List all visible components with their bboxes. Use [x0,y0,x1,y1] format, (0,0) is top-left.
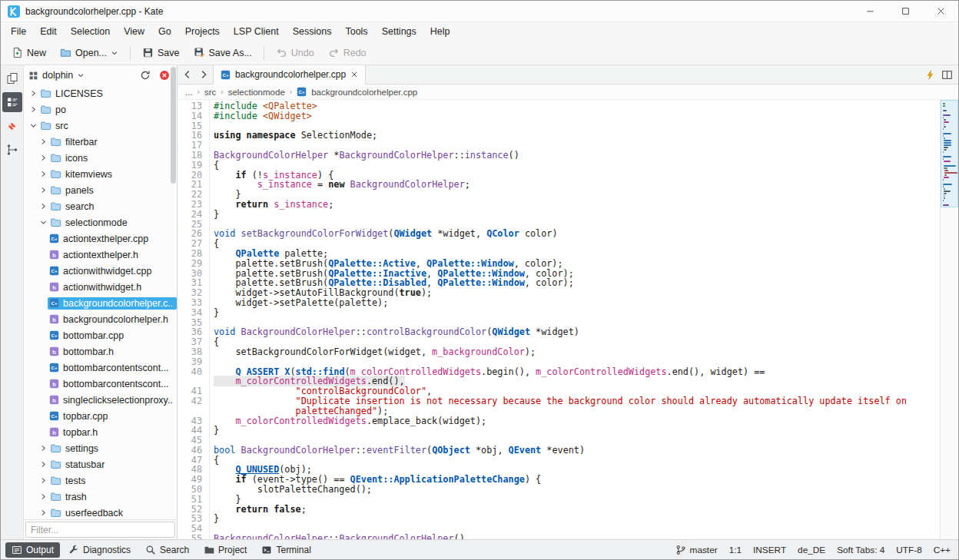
code-line[interactable]: using namespace SelectionMode; [214,131,940,141]
breadcrumb-src[interactable]: src [204,88,216,97]
maximize-button[interactable] [888,1,923,22]
code-line[interactable]: widget->setPalette(palette); [214,298,940,308]
code-line[interactable]: m_colorControlledWidgets.emplace_back(wi… [214,416,940,426]
tab-close-icon[interactable] [350,71,358,78]
menu-item-view[interactable]: View [117,24,151,39]
close-window-button[interactable] [923,1,958,22]
tree-item-backgroundcolorhelper-h[interactable]: hbackgroundcolorhelper.h [24,311,177,327]
split-view-icon[interactable] [941,69,953,81]
chevron-down-icon[interactable] [77,71,85,79]
panel-button-output[interactable]: Output [5,542,60,558]
tab-backgroundcolorhelper[interactable]: C+ backgroundcolorhelper.cpp [213,65,366,84]
menu-item-help[interactable]: Help [423,24,457,39]
tree-item-userfeedback[interactable]: userfeedback [24,505,177,519]
code-line[interactable]: } [214,426,940,436]
tool-strip-git-button[interactable] [2,116,22,136]
tree-scrollbar[interactable] [171,67,176,184]
minimap[interactable] [940,100,958,539]
panel-button-diagnostics[interactable]: Diagnostics [62,542,137,558]
new-button[interactable]: New [5,44,52,61]
code-line[interactable]: #include <QPalette> [214,101,940,111]
menu-item-projects[interactable]: Projects [178,24,227,39]
menu-item-sessions[interactable]: Sessions [286,24,339,39]
code-line[interactable]: void BackgroundColorHelper::controlBackg… [214,327,940,337]
menu-item-go[interactable]: Go [151,24,178,39]
code-line[interactable]: } [214,210,940,220]
menu-item-file[interactable]: File [4,24,33,39]
tree-item-src[interactable]: src [24,118,177,134]
tree-item-search[interactable]: search [24,198,177,214]
undo-button[interactable]: Undo [270,44,320,61]
status-input-mode[interactable]: INSERT [753,545,786,555]
breadcrumb-file[interactable]: backgroundcolorhelper.cpp [311,88,417,97]
status-highlight-mode[interactable]: C++ [934,545,951,555]
code-line[interactable]: bool BackgroundColorHelper::eventFilter(… [214,446,940,456]
quick-open-icon[interactable] [925,70,935,80]
tree-item-bottombar-cpp[interactable]: C+bottombar.cpp [24,327,177,343]
tool-strip-documents-button[interactable] [2,68,22,88]
code-line[interactable]: } [214,308,940,318]
menu-item-edit[interactable]: Edit [33,24,64,39]
tree-item-statusbar[interactable]: statusbar [24,456,177,472]
tree-item-bottombarcontentscont[interactable]: C+bottombarcontentscont... [24,360,177,376]
tree-item-tests[interactable]: tests [24,472,177,489]
code-line[interactable]: return s_instance; [214,200,940,210]
menu-item-lsp-client[interactable]: LSP Client [227,24,286,39]
project-selector[interactable]: dolphin [42,70,73,81]
code-line[interactable]: #include <QWidget> [214,111,940,121]
tree-item-topbar-cpp[interactable]: C+topbar.cpp [24,408,177,424]
code-line[interactable]: return false; [214,505,940,515]
tool-strip-projects-button[interactable] [2,92,22,112]
menu-item-settings[interactable]: Settings [375,24,423,39]
status-tab-width[interactable]: Soft Tabs: 4 [837,545,884,555]
tree-item-settings[interactable]: settings [24,440,177,456]
menu-item-tools[interactable]: Tools [338,24,374,39]
tree-item-filterbar[interactable]: filterbar [24,134,177,150]
minimize-button[interactable] [852,1,888,22]
tree-item-licenses[interactable]: LICENSES [24,85,177,101]
tree-item-actiontexthelper-cpp[interactable]: C+actiontexthelper.cpp [24,230,177,247]
forward-button[interactable] [196,68,211,82]
breadcrumb-selectionmode[interactable]: selectionmode [228,88,285,97]
code-line[interactable]: { [214,456,940,466]
code-line[interactable]: void setBackgroundColorForWidget(QWidget… [214,229,940,239]
tree-item-trash[interactable]: trash [24,489,177,505]
tree-item-actionwithwidget-h[interactable]: hactionwithwidget.h [24,279,177,295]
status-dictionary[interactable]: de_DE [798,545,825,555]
code-line[interactable]: } [214,495,940,505]
tree-item-kitemviews[interactable]: kitemviews [24,166,177,182]
project-tree[interactable]: LICENSESposrcfilterbariconskitemviewspan… [24,85,177,519]
refresh-project-button[interactable] [138,68,153,83]
save-as-button[interactable]: Save As... [187,44,258,61]
back-button[interactable] [180,68,194,82]
code-line[interactable]: slotPaletteChanged(); [214,485,940,495]
panel-button-project[interactable]: Project [197,542,253,558]
filter-input[interactable] [25,522,175,538]
code-line[interactable]: s_instance = new BackgroundColorHelper; [214,180,940,190]
close-project-button[interactable] [157,68,172,83]
menu-item-selection[interactable]: Selection [64,24,117,39]
code-lines[interactable]: #include <QPalette>#include <QWidget>usi… [210,100,940,539]
save-button[interactable]: Save [136,44,186,61]
tree-item-bottombar-h[interactable]: hbottombar.h [24,343,177,360]
status-git-branch[interactable]: master [675,545,718,555]
tool-strip-symbols-button[interactable] [2,140,22,160]
tree-item-icons[interactable]: icons [24,150,177,166]
open-button[interactable]: Open... [54,44,124,61]
code-line[interactable]: BackgroundColorHelper::BackgroundColorHe… [214,534,940,539]
code-line[interactable]: setBackgroundColorForWidget(widget, m_ba… [214,347,940,357]
tree-item-singleclickselectionproxy[interactable]: hsingleclickselectionproxy... [24,392,177,408]
status-cursor-position[interactable]: 1:1 [729,545,742,555]
tree-item-po[interactable]: po [24,101,177,118]
tree-item-backgroundcolorhelper-c[interactable]: C+backgroundcolorhelper.c... [24,295,177,311]
tree-item-actiontexthelper-h[interactable]: hactiontexthelper.h [24,247,177,263]
code-line[interactable]: BackgroundColorHelper *BackgroundColorHe… [214,151,940,161]
tree-item-bottombarcontentscont[interactable]: hbottombarcontentscont... [24,376,177,392]
status-encoding[interactable]: UTF-8 [896,545,921,555]
minimap-viewport[interactable] [941,100,958,207]
panel-button-search[interactable]: Search [139,542,195,558]
tree-item-actionwithwidget-cpp[interactable]: C+actionwithwidget.cpp [24,263,177,279]
code-line[interactable]: } [214,514,940,524]
redo-button[interactable]: Redo [322,44,373,61]
breadcrumb-collapsed[interactable]: ... [185,88,193,97]
